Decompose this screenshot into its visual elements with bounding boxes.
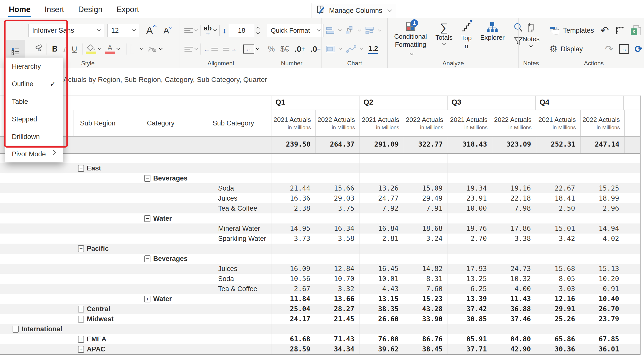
value-cell[interactable]: 10.20 xyxy=(580,274,624,284)
wrap-text-button[interactable]: ab → xyxy=(204,25,212,35)
value-cell[interactable] xyxy=(404,163,448,173)
value-cell[interactable]: 15.01 xyxy=(536,223,580,234)
chevron-down-icon[interactable] xyxy=(159,47,163,50)
value-cell[interactable] xyxy=(580,213,624,223)
value-cell[interactable] xyxy=(404,154,448,163)
redo-button[interactable]: ↷ xyxy=(605,43,614,55)
value-cell[interactable]: 18.41 xyxy=(536,193,580,203)
value-cell[interactable]: 11.84 xyxy=(271,294,315,304)
value-cell[interactable] xyxy=(448,173,492,183)
value-cell[interactable] xyxy=(404,324,448,334)
value-cell[interactable]: 10.01 xyxy=(359,274,404,284)
table-row[interactable]: Tea & Coffee2.673.324.437.606.254.003.03… xyxy=(0,284,640,294)
value-cell[interactable] xyxy=(536,173,580,183)
value-cell[interactable]: 23.79 xyxy=(580,314,624,324)
value-cell[interactable]: 15.09 xyxy=(404,183,448,193)
value-cell[interactable]: 61.68 xyxy=(271,334,315,344)
table-row[interactable]: Juices16.3629.0324.7729.4923.9122.1818.4… xyxy=(0,193,640,203)
value-cell[interactable]: 13.15 xyxy=(359,294,404,304)
menu-item-stepped[interactable]: Stepped xyxy=(5,110,63,128)
column-header[interactable]: Category xyxy=(140,110,206,137)
decrease-font-button[interactable]: A xyxy=(164,26,172,35)
value-cell[interactable]: 71.43 xyxy=(315,334,359,344)
value-cell[interactable]: 36.01 xyxy=(580,344,624,354)
value-column-header[interactable]: 2022 Actualsin Millions xyxy=(492,110,536,137)
merge-cells-button[interactable]: ↔ xyxy=(243,44,254,54)
value-cell[interactable]: 3.38 xyxy=(492,234,536,244)
value-cell[interactable] xyxy=(448,213,492,223)
value-cell[interactable]: 14.82 xyxy=(404,264,448,274)
value-cell[interactable] xyxy=(492,173,536,183)
value-cell[interactable]: 25.04 xyxy=(271,304,315,314)
value-cell[interactable] xyxy=(448,324,492,334)
table-row[interactable]: −International xyxy=(0,324,640,334)
value-cell[interactable]: 3.58 xyxy=(315,234,359,244)
value-cell[interactable]: 6.25 xyxy=(448,284,492,294)
value-cell[interactable] xyxy=(492,254,536,264)
value-cell[interactable] xyxy=(448,244,492,254)
value-cell[interactable] xyxy=(536,244,580,254)
chevron-down-icon[interactable] xyxy=(213,28,217,31)
value-cell[interactable]: 39.62 xyxy=(359,344,404,354)
templates-button[interactable]: Templates xyxy=(549,26,594,35)
value-cell[interactable]: 7.91 xyxy=(404,203,448,213)
value-cell[interactable]: 2.81 xyxy=(359,234,404,244)
font-color-button[interactable]: A xyxy=(105,44,115,54)
value-cell[interactable] xyxy=(448,154,492,163)
table-row[interactable]: −Water xyxy=(0,213,640,223)
value-cell[interactable]: 13.39 xyxy=(448,294,492,304)
bold-button[interactable]: B xyxy=(50,44,60,54)
value-cell[interactable]: 13.66 xyxy=(315,294,359,304)
italic-button[interactable]: I xyxy=(60,45,69,53)
value-cell[interactable]: 30.36 xyxy=(536,344,580,354)
value-cell[interactable]: 17.86 xyxy=(492,223,536,234)
value-cell[interactable] xyxy=(271,173,315,183)
value-cell[interactable]: 18.99 xyxy=(580,193,624,203)
value-cell[interactable]: 13.25 xyxy=(448,274,492,284)
manage-columns-button[interactable]: Manage Columns xyxy=(311,3,397,18)
value-cell[interactable]: 30.85 xyxy=(448,314,492,324)
explorer-button[interactable]: Explorer xyxy=(480,22,505,41)
value-cell[interactable]: 29.03 xyxy=(315,193,359,203)
value-cell[interactable] xyxy=(580,173,624,183)
conditional-formatting-button[interactable]: 1 Conditional Formatting xyxy=(394,22,427,57)
value-cell[interactable]: 28.59 xyxy=(271,344,315,354)
value-cell[interactable]: 29.91 xyxy=(536,304,580,314)
value-cell[interactable]: 22.18 xyxy=(492,193,536,203)
value-cell[interactable]: 21.45 xyxy=(315,314,359,324)
chevron-down-icon[interactable] xyxy=(338,28,342,31)
chevron-down-icon[interactable] xyxy=(339,47,342,50)
collapse-toggle[interactable]: − xyxy=(144,175,150,182)
table-row[interactable]: −Beverages xyxy=(0,254,640,264)
chevron-down-icon[interactable] xyxy=(360,47,363,50)
value-cell[interactable] xyxy=(271,154,315,163)
value-cell[interactable] xyxy=(492,324,536,334)
value-cell[interactable]: 15.13 xyxy=(580,264,624,274)
borders-button[interactable] xyxy=(130,45,138,53)
value-cell[interactable]: 21.44 xyxy=(271,183,315,193)
tab-design[interactable]: Design xyxy=(78,2,103,17)
collapse-toggle[interactable]: − xyxy=(78,245,84,252)
value-cell[interactable]: 2.50 xyxy=(536,203,580,213)
value-cell[interactable]: 16.45 xyxy=(359,264,404,274)
value-cell[interactable]: 3.42 xyxy=(536,234,580,244)
value-cell[interactable]: 86.76 xyxy=(404,334,448,344)
value-cell[interactable]: 4.00 xyxy=(492,284,536,294)
totals-cell[interactable]: 264.37 xyxy=(315,137,359,153)
value-column-header[interactable]: 2022 Actualsin Millions xyxy=(404,110,448,137)
tab-export[interactable]: Export xyxy=(116,2,140,17)
value-cell[interactable]: 2.38 xyxy=(271,203,315,213)
value-cell[interactable] xyxy=(271,244,315,254)
value-cell[interactable] xyxy=(580,244,624,254)
totals-cell[interactable]: 318.43 xyxy=(448,137,492,153)
value-cell[interactable]: 18.68 xyxy=(404,223,448,234)
value-cell[interactable] xyxy=(404,173,448,183)
value-cell[interactable]: 85.91 xyxy=(448,334,492,344)
fill-color-button[interactable] xyxy=(86,44,96,54)
value-cell[interactable]: 12.16 xyxy=(536,294,580,304)
value-cell[interactable]: 13.26 xyxy=(359,183,404,193)
value-cell[interactable]: 67.85 xyxy=(580,334,624,344)
value-cell[interactable]: 15.66 xyxy=(315,183,359,193)
expand-toggle[interactable]: + xyxy=(78,346,84,353)
table-chart-button[interactable] xyxy=(326,45,336,53)
